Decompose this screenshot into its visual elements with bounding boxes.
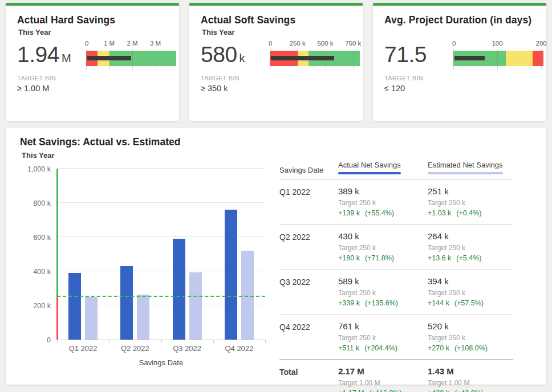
table-cell: 394 kTarget 250 k+144 k(+57.5%) xyxy=(428,276,513,307)
x-axis-label-q4-2022: Q4 2022 xyxy=(213,344,265,353)
variance-percent: (+108.0%) xyxy=(454,344,488,352)
table-row-q4-2022[interactable]: Q4 2022761 kTarget 250 k+511 k(+204.4%)5… xyxy=(279,315,513,360)
x-axis-label-q2-2022: Q2 2022 xyxy=(109,344,161,353)
table-row-q2-2022[interactable]: Q2 2022430 kTarget 250 k+180 k(+71.8%)26… xyxy=(279,225,513,270)
net-savings-table: Savings DateActual Net SavingsEstimated … xyxy=(279,161,513,392)
bullet-tick-label: 500 k xyxy=(317,40,333,47)
bar-groups xyxy=(57,169,265,340)
bar-chart-plot: 0200 k400 k600 k800 k1,000 k xyxy=(57,169,265,340)
column-header-savings-date[interactable]: Savings Date xyxy=(279,166,338,179)
kpi-target-bin-label: TARGET BIN xyxy=(17,75,86,81)
variance-percent: (+135.6%) xyxy=(365,299,398,307)
table-row-q3-2022[interactable]: Q3 2022589 kTarget 250 k+339 k(+135.6%)3… xyxy=(279,270,513,315)
column-header-wrap: Estimated Net Savings xyxy=(428,161,503,174)
bullet-track xyxy=(270,51,360,66)
y-axis-line-green xyxy=(56,169,58,297)
table-row-q1-2022[interactable]: Q1 2022389 kTarget 250 k+139 k(+55.4%)25… xyxy=(279,180,513,225)
kpi-target-bin-label: TARGET BIN xyxy=(201,75,270,81)
cell-value: 1.43 M xyxy=(428,366,513,376)
bar-estimated-net-savings-q2-2022[interactable] xyxy=(137,295,149,340)
variance-amount: +139 k xyxy=(338,209,360,217)
bullet-gridline xyxy=(156,50,156,70)
table-cell: 251 kTarget 250 k+1.03 k(+0.4%) xyxy=(428,186,513,217)
kpi-body: 1.94MTARGET BIN≥ 1.00 M01 M2 M3 M xyxy=(17,39,179,93)
column-header-wrap: Savings Date xyxy=(279,166,323,174)
variance-amount: +13.6 k xyxy=(428,254,451,262)
cell-variance: +1.03 k(+0.4%) xyxy=(428,209,513,217)
bar-group-q2-2022[interactable] xyxy=(109,169,161,340)
cell-value: 761 k xyxy=(338,321,428,331)
cell-variance: +428 k(+42.8%) xyxy=(428,389,513,392)
bar-estimated-net-savings-q4-2022[interactable] xyxy=(241,251,254,340)
y-axis-label: 800 k xyxy=(33,199,51,207)
table-cell: 2.17 MTarget 1.00 M+1.17 M(+116.8%) xyxy=(338,366,428,392)
variance-percent: (+55.4%) xyxy=(365,209,394,217)
kpi-card-actual-hard-savings[interactable]: Actual Hard SavingsThis Year1.94MTARGET … xyxy=(6,3,179,121)
bullet-value-bar xyxy=(271,56,334,60)
cell-variance: +180 k(+71.8%) xyxy=(338,254,428,262)
bullet-chart: 0250 k500 k750 k xyxy=(270,39,360,93)
bullet-tick-labels: 01 M2 M3 M xyxy=(86,40,176,50)
kpi-subtitle: This Year xyxy=(18,28,179,38)
variance-amount: +1.17 M xyxy=(338,389,364,392)
x-axis-tick xyxy=(57,340,58,343)
bullet-gridline xyxy=(453,50,454,70)
kpi-value: 580k xyxy=(201,42,270,67)
kpi-value: 71.5 xyxy=(384,42,453,67)
bullet-tick-label: 1 M xyxy=(104,40,115,47)
cell-target: Target 1.00 M xyxy=(428,379,513,387)
cell-target: Target 250 k xyxy=(338,199,428,207)
bar-estimated-net-savings-q1-2022[interactable] xyxy=(85,297,98,340)
variance-percent: (+116.8%) xyxy=(370,389,402,392)
cell-target: Target 250 k xyxy=(338,289,428,297)
y-axis-label: 400 k xyxy=(33,268,51,276)
variance-percent: (+5.4%) xyxy=(456,254,481,262)
cell-variance: +339 k(+135.6%) xyxy=(338,299,428,307)
dashboard-page: Actual Hard SavingsThis Year1.94MTARGET … xyxy=(0,0,552,385)
kpi-value-block: 1.94MTARGET BIN≥ 1.00 M xyxy=(17,39,86,93)
column-header-label: Savings Date xyxy=(279,166,323,174)
bar-actual-net-savings-q3-2022[interactable] xyxy=(173,239,185,340)
table-cell: 1.43 MTarget 1.00 M+428 k(+42.8%) xyxy=(428,366,513,392)
bar-group-q4-2022[interactable] xyxy=(213,169,265,340)
bullet-gridline xyxy=(497,50,498,70)
variance-amount: +180 k xyxy=(338,254,360,262)
cell-target: Target 250 k xyxy=(428,289,513,297)
kpi-card-actual-soft-savings[interactable]: Actual Soft SavingsThis Year580kTARGET B… xyxy=(189,3,363,121)
kpi-title: Actual Hard Savings xyxy=(17,14,179,26)
cell-value: 589 k xyxy=(338,276,428,286)
row-label: Total xyxy=(279,366,338,392)
table-row-total[interactable]: Total2.17 MTarget 1.00 M+1.17 M(+116.8%)… xyxy=(279,360,513,392)
bullet-tick-label: 200 xyxy=(536,40,547,47)
bullet-track xyxy=(86,51,176,66)
kpi-target-bin-value: ≥ 350 k xyxy=(201,84,270,93)
bullet-tick-label: 2 M xyxy=(127,40,137,47)
variance-percent: (+0.4%) xyxy=(456,209,481,217)
column-header-estimated-net-savings[interactable]: Estimated Net Savings xyxy=(428,161,513,179)
cell-variance: +270 k(+108.0%) xyxy=(428,344,513,352)
cell-variance: +1.17 M(+116.8%) xyxy=(338,389,428,392)
cell-target: Target 250 k xyxy=(428,244,513,252)
bar-group-q3-2022[interactable] xyxy=(161,169,213,340)
cell-target: Target 250 k xyxy=(428,199,513,207)
bar-estimated-net-savings-q3-2022[interactable] xyxy=(189,272,202,340)
kpi-subtitle: This Year xyxy=(202,28,363,38)
column-header-label: Actual Net Savings xyxy=(338,161,401,169)
bar-group-q1-2022[interactable] xyxy=(57,169,109,340)
column-header-actual-net-savings[interactable]: Actual Net Savings xyxy=(338,161,428,179)
bullet-gridline xyxy=(132,50,133,70)
kpi-subtitle xyxy=(385,28,546,38)
series-swatch xyxy=(338,172,401,174)
bar-actual-net-savings-q4-2022[interactable] xyxy=(225,210,237,340)
variance-amount: +428 k xyxy=(428,389,449,392)
kpi-card-avg-project-duration-in-days[interactable]: Avg. Project Duration (in days)71.5TARGE… xyxy=(373,3,546,121)
bar-actual-net-savings-q2-2022[interactable] xyxy=(120,266,133,340)
cell-variance: +13.6 k(+5.4%) xyxy=(428,254,513,262)
variance-amount: +511 k xyxy=(338,344,359,352)
kpi-value-unit: M xyxy=(62,52,71,64)
x-axis-label-q1-2022: Q1 2022 xyxy=(57,344,109,353)
bullet-chart: 01 M2 M3 M xyxy=(86,39,176,93)
bullet-gridline xyxy=(353,50,354,70)
bar-actual-net-savings-q1-2022[interactable] xyxy=(68,273,81,340)
kpi-body: 580kTARGET BIN≥ 350 k0250 k500 k750 k xyxy=(201,39,363,93)
